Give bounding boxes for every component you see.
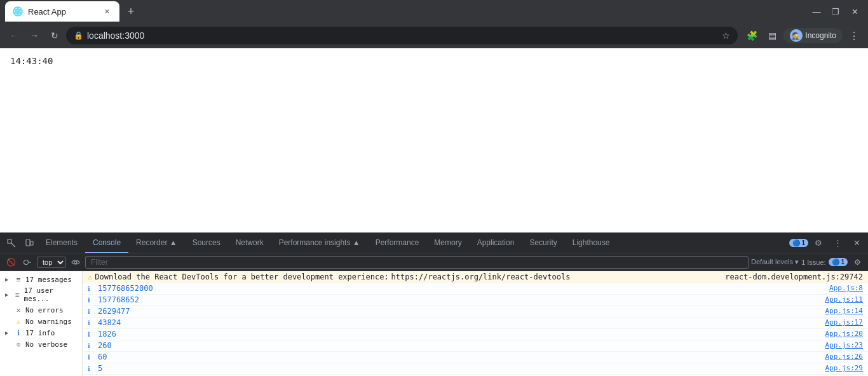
filter-warnings[interactable]: ⚠ No warnings: [0, 316, 82, 327]
log-value: 43824: [98, 318, 825, 327]
issue-badge-container: 1 Issue: 🔵 1: [801, 258, 848, 266]
tab-sources[interactable]: Sources: [185, 233, 228, 253]
bookmark-icon[interactable]: ☆: [722, 30, 730, 41]
profile-label: Incognito: [805, 31, 836, 40]
info-icon: ℹ: [88, 308, 98, 315]
log-text: Download the React DevTools for a better…: [95, 272, 388, 281]
back-button[interactable]: ←: [5, 27, 23, 44]
devtools-tab-bar: Elements Console Recorder ▲ Sources Netw…: [0, 233, 868, 253]
more-options-button[interactable]: ⋮: [829, 234, 846, 252]
console-context-select[interactable]: top: [37, 257, 66, 268]
info-icon: ℹ: [88, 285, 98, 292]
forward-button[interactable]: →: [25, 27, 43, 44]
log-source[interactable]: App.js:8: [829, 284, 863, 292]
svg-point-11: [74, 261, 77, 264]
filter-label: No warnings: [25, 318, 72, 326]
filter-info[interactable]: ▶ ℹ 17 info: [0, 327, 82, 339]
tab-title: React App: [28, 7, 97, 17]
clear-console-button[interactable]: 🚫: [4, 255, 18, 269]
avatar: 🕵: [790, 29, 803, 42]
chrome-menu-button[interactable]: ⋮: [845, 27, 863, 44]
tab-performance[interactable]: Performance: [368, 233, 427, 253]
filter-label: 17 messages: [25, 276, 72, 284]
warn-icon: ⚠: [88, 272, 92, 281]
filter-errors[interactable]: ✕ No errors: [0, 304, 82, 316]
tab-memory[interactable]: Memory: [426, 233, 469, 253]
svg-point-1: [17, 10, 19, 13]
info-icon: ℹ: [88, 319, 98, 326]
default-levels-button[interactable]: Default levels ▾: [751, 258, 799, 266]
maximize-button[interactable]: ❐: [827, 3, 844, 20]
eye-icon-button[interactable]: [69, 255, 83, 269]
log-entry-download: ⚠ Download the React DevTools for a bett…: [83, 271, 868, 283]
log-source[interactable]: react-dom.development.js:29742: [725, 272, 863, 281]
tab-console[interactable]: Console: [85, 233, 128, 253]
verbose-filter-icon: ⚙: [14, 340, 23, 349]
extensions-button[interactable]: 🧩: [743, 27, 761, 44]
log-source[interactable]: App.js:26: [825, 352, 863, 361]
url-bar[interactable]: 🔒 localhost:3000 ☆: [66, 27, 738, 44]
info-icon: ℹ: [88, 297, 98, 304]
tab-favicon: [13, 6, 23, 17]
sidebar-button[interactable]: ▤: [763, 27, 781, 44]
filter-label: No verbose: [25, 340, 67, 349]
new-tab-button[interactable]: +: [122, 3, 140, 20]
close-tab-button[interactable]: ✕: [102, 6, 112, 17]
console-issue-badge[interactable]: 🔵 1: [829, 258, 848, 266]
issues-badge[interactable]: 🔵 1: [789, 239, 808, 247]
tab-application[interactable]: Application: [470, 233, 522, 253]
info-icon: ℹ: [88, 354, 98, 361]
page-content: 14:43:40: [0, 48, 868, 232]
table-row: ℹ 2629477 App.js:14: [83, 306, 868, 318]
filter-all-messages[interactable]: ▶ ≡ 17 messages: [0, 274, 82, 285]
table-row: ℹ 5 App.js:29: [83, 363, 868, 375]
address-bar: ← → ↻ 🔒 localhost:3000 ☆ 🧩 ▤ 🕵 Incognito…: [0, 23, 868, 48]
active-tab[interactable]: React App ✕: [5, 1, 119, 22]
profile-button[interactable]: 🕵 Incognito: [783, 28, 843, 43]
info-icon: ℹ: [88, 331, 98, 338]
log-value: 60: [98, 352, 825, 361]
table-row: ℹ 1826 App.js:20: [83, 329, 868, 340]
filter-input[interactable]: [85, 256, 749, 269]
devtools-link[interactable]: https://reactjs.org/link/react-devtools: [391, 272, 571, 281]
tab-elements[interactable]: Elements: [38, 233, 85, 253]
console-settings-button[interactable]: ⚙: [850, 255, 864, 269]
close-window-button[interactable]: ✕: [846, 3, 863, 20]
log-source[interactable]: App.js:14: [825, 307, 863, 315]
settings-button[interactable]: ⚙: [810, 234, 827, 252]
expand-icon: ▶: [5, 330, 11, 336]
log-source[interactable]: App.js:20: [825, 330, 863, 338]
reload-button[interactable]: ↻: [46, 27, 64, 44]
tab-security[interactable]: Security: [522, 233, 564, 253]
svg-line-6: [11, 243, 15, 247]
log-source[interactable]: App.js:29: [825, 364, 863, 372]
device-toolbar-button[interactable]: [20, 234, 38, 252]
tab-network[interactable]: Network: [228, 233, 271, 253]
message-filter-icon: ≡: [13, 290, 22, 299]
svg-rect-8: [31, 241, 33, 245]
minimize-button[interactable]: —: [808, 3, 825, 20]
close-devtools-button[interactable]: ✕: [848, 234, 865, 252]
inspect-element-button[interactable]: [3, 234, 20, 252]
tab-recorder[interactable]: Recorder ▲: [128, 233, 185, 253]
message-filter-icon: ≡: [14, 275, 23, 284]
page-timestamp: 14:43:40: [10, 56, 53, 66]
expand-icon: ▶: [5, 292, 11, 298]
filter-toggle-button[interactable]: [20, 255, 34, 269]
console-sidebar: ▶ ≡ 17 messages ▶ ≡ 17 user mes... ✕ No …: [0, 271, 83, 376]
info-filter-icon: ℹ: [14, 328, 23, 337]
window-controls: — ❐ ✕: [808, 3, 868, 20]
tab-performance-insights[interactable]: Performance insights ▲: [271, 233, 368, 253]
console-toolbar: 🚫 top Default levels ▾ 1 Issue: 🔵 1: [0, 253, 868, 271]
filter-verbose[interactable]: ⚙ No verbose: [0, 339, 82, 350]
log-value: 2629477: [98, 307, 825, 316]
log-source[interactable]: App.js:11: [825, 295, 863, 304]
console-content: ▶ ≡ 17 messages ▶ ≡ 17 user mes... ✕ No …: [0, 271, 868, 376]
log-value: 5: [98, 364, 825, 373]
filter-user-messages[interactable]: ▶ ≡ 17 user mes...: [0, 285, 82, 304]
log-source[interactable]: App.js:23: [825, 341, 863, 349]
info-icon: ℹ: [88, 365, 98, 372]
tab-lighthouse[interactable]: Lighthouse: [565, 233, 618, 253]
filter-label: No errors: [25, 306, 64, 314]
log-source[interactable]: App.js:17: [825, 318, 863, 326]
